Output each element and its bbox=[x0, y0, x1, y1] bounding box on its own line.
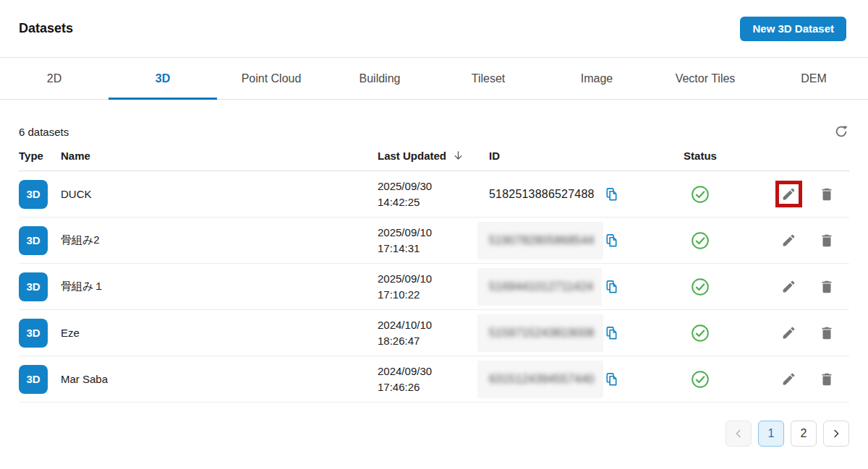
delete-button[interactable] bbox=[819, 371, 835, 387]
annotation-highlight-box bbox=[775, 181, 802, 207]
new-3d-dataset-button[interactable]: New 3D Dataset bbox=[740, 17, 846, 41]
dataset-name: 骨組み１ bbox=[61, 280, 378, 293]
sort-desc-icon bbox=[452, 150, 464, 162]
blurred-id-strip: 6315124394557440 bbox=[477, 361, 603, 398]
table-row: 3D DUCK 2025/09/3014:42:25 5182513886527… bbox=[19, 171, 849, 218]
edit-button[interactable] bbox=[781, 233, 796, 248]
status-success-icon bbox=[691, 231, 710, 250]
pencil-icon bbox=[781, 279, 796, 294]
pagination-prev-button[interactable] bbox=[726, 421, 752, 447]
pencil-icon bbox=[781, 371, 796, 387]
refresh-icon bbox=[833, 124, 849, 139]
dataset-type-tabs: 2D 3D Point Cloud Building Tileset Image… bbox=[0, 58, 868, 100]
pagination-page-2[interactable]: 2 bbox=[791, 421, 817, 447]
type-badge: 3D bbox=[19, 272, 48, 301]
chevron-left-icon bbox=[732, 427, 745, 440]
pencil-icon bbox=[781, 233, 796, 248]
delete-button[interactable] bbox=[819, 279, 835, 295]
trash-icon bbox=[819, 325, 835, 341]
table-header: Type Name Last Updated ID Status bbox=[19, 141, 849, 171]
copy-icon bbox=[605, 326, 618, 340]
last-updated-cell: 2024/10/1018:26:47 bbox=[378, 317, 489, 349]
dataset-name: Mar Saba bbox=[61, 373, 378, 385]
blurred-id-strip: 5190782805868544 bbox=[477, 222, 603, 259]
copy-icon bbox=[605, 233, 618, 248]
main-content: 6 datasets Type Name Last Updated ID Sta… bbox=[0, 100, 868, 447]
edit-button[interactable] bbox=[781, 186, 796, 202]
dataset-id: 6315124394557440 bbox=[489, 373, 595, 385]
trash-icon bbox=[819, 371, 835, 387]
column-header-id: ID bbox=[489, 150, 628, 162]
dataset-count: 6 datasets bbox=[19, 126, 69, 138]
pagination-page-1[interactable]: 1 bbox=[758, 421, 784, 447]
dataset-name: Eze bbox=[61, 327, 378, 339]
status-success-icon bbox=[691, 277, 710, 296]
refresh-button[interactable] bbox=[833, 124, 849, 139]
column-header-type: Type bbox=[19, 150, 61, 162]
dataset-name: DUCK bbox=[61, 188, 378, 200]
last-updated-cell: 2025/09/1017:10:22 bbox=[378, 271, 489, 303]
column-header-last-updated[interactable]: Last Updated bbox=[378, 150, 489, 162]
status-success-icon bbox=[691, 324, 710, 343]
edit-button[interactable] bbox=[781, 371, 796, 387]
copy-icon bbox=[605, 372, 618, 387]
tab-point-cloud[interactable]: Point Cloud bbox=[217, 58, 326, 99]
blurred-id-strip: 5169441012711424 bbox=[477, 268, 602, 306]
tab-image[interactable]: Image bbox=[542, 58, 651, 99]
last-updated-cell: 2024/09/3017:46:26 bbox=[378, 363, 489, 395]
column-header-name: Name bbox=[61, 150, 378, 162]
status-success-icon bbox=[691, 185, 710, 204]
status-success-icon bbox=[691, 370, 710, 389]
delete-button[interactable] bbox=[819, 233, 835, 249]
copy-id-button[interactable] bbox=[605, 280, 618, 294]
tab-dem[interactable]: DEM bbox=[760, 58, 868, 99]
trash-icon bbox=[819, 233, 835, 249]
copy-icon bbox=[605, 187, 618, 202]
page-title: Datasets bbox=[19, 21, 73, 36]
edit-button[interactable] bbox=[781, 325, 796, 340]
trash-icon bbox=[819, 186, 835, 202]
type-badge: 3D bbox=[19, 226, 48, 255]
blurred-id-strip: 5159715243819008 bbox=[477, 314, 603, 352]
type-badge: 3D bbox=[19, 365, 48, 394]
pencil-icon bbox=[781, 186, 796, 202]
pagination: 1 2 bbox=[19, 421, 849, 447]
dataset-id: 5159715243819008 bbox=[489, 327, 595, 339]
delete-button[interactable] bbox=[819, 186, 835, 202]
copy-id-button[interactable] bbox=[605, 372, 618, 387]
tab-tileset[interactable]: Tileset bbox=[434, 58, 542, 99]
table-row: 3D Mar Saba 2024/09/3017:46:26 631512439… bbox=[19, 356, 849, 403]
app-header: Datasets New 3D Dataset bbox=[0, 0, 868, 58]
list-toolbar: 6 datasets bbox=[19, 100, 849, 141]
edit-button[interactable] bbox=[781, 279, 796, 294]
tab-vector-tiles[interactable]: Vector Tiles bbox=[651, 58, 760, 99]
copy-icon bbox=[605, 280, 618, 294]
dataset-id: 5169441012711424 bbox=[489, 280, 593, 293]
chevron-right-icon bbox=[830, 427, 843, 440]
table-row: 3D 骨組み2 2025/09/1017:14:31 5190782805868… bbox=[19, 218, 849, 264]
copy-id-button[interactable] bbox=[605, 187, 618, 202]
delete-button[interactable] bbox=[819, 325, 835, 341]
last-updated-cell: 2025/09/1017:14:31 bbox=[378, 225, 489, 257]
table-row: 3D 骨組み１ 2025/09/1017:10:22 5169441012711… bbox=[19, 264, 849, 310]
copy-id-button[interactable] bbox=[605, 326, 618, 340]
dataset-name: 骨組み2 bbox=[61, 233, 378, 247]
dataset-id: 5190782805868544 bbox=[489, 234, 595, 246]
type-badge: 3D bbox=[19, 319, 48, 348]
pencil-icon bbox=[781, 325, 796, 340]
pagination-next-button[interactable] bbox=[823, 421, 849, 447]
column-header-status: Status bbox=[628, 150, 773, 162]
tab-3d[interactable]: 3D bbox=[109, 58, 217, 99]
tab-building[interactable]: Building bbox=[326, 58, 434, 99]
trash-icon bbox=[819, 279, 835, 295]
tab-2d[interactable]: 2D bbox=[0, 58, 109, 99]
type-badge: 3D bbox=[19, 180, 48, 209]
copy-id-button[interactable] bbox=[605, 233, 618, 248]
dataset-id: 5182513886527488 bbox=[489, 188, 595, 201]
table-row: 3D Eze 2024/10/1018:26:47 51597152438190… bbox=[19, 310, 849, 356]
last-updated-cell: 2025/09/3014:42:25 bbox=[378, 178, 489, 210]
